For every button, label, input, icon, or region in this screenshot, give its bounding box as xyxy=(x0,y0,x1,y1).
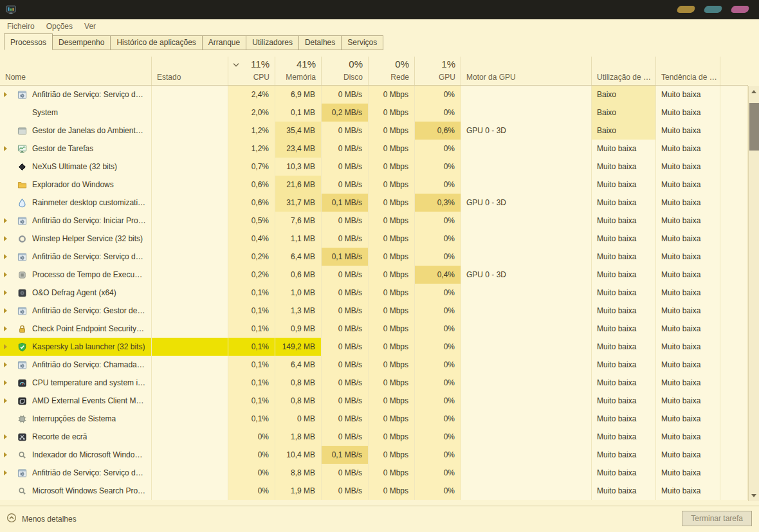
process-name: AMD External Events Client Mo… xyxy=(32,396,146,405)
expand-arrow-icon[interactable] xyxy=(4,146,12,151)
expand-arrow-icon[interactable] xyxy=(4,308,12,313)
process-row[interactable]: AMD External Events Client Mo… 0,1% 0,8 … xyxy=(0,392,748,410)
fewer-details-label: Menos detalhes xyxy=(22,515,77,524)
menu-ficheiro[interactable]: Ficheiro xyxy=(1,21,41,32)
expand-arrow-icon[interactable] xyxy=(4,344,12,349)
cpu-cell: 0,1% xyxy=(228,356,275,374)
expand-arrow-icon[interactable] xyxy=(4,398,12,403)
process-name-cell: Interrupções de Sistema xyxy=(0,410,152,428)
close-icon[interactable] xyxy=(730,6,749,13)
process-row[interactable]: Microsoft Windows Search Prot… 0% 1,9 MB… xyxy=(0,482,748,500)
memory-cell: 1,9 MB xyxy=(275,482,322,500)
expand-arrow-icon[interactable] xyxy=(4,254,12,259)
expand-arrow-icon[interactable] xyxy=(4,290,12,295)
scroll-down-icon[interactable] xyxy=(749,490,759,501)
process-row[interactable]: Check Point Endpoint Security … 0,1% 0,9… xyxy=(0,320,748,338)
disk-cell: 0 MB/s xyxy=(322,122,369,140)
process-name-cell: AMD External Events Client Mo… xyxy=(0,392,152,410)
status-cell xyxy=(152,374,228,392)
fewer-details-toggle[interactable]: Menos detalhes xyxy=(6,513,77,525)
column-header-motor-da-gpu[interactable]: Motor da GPU xyxy=(461,57,592,85)
expand-arrow-icon[interactable] xyxy=(4,326,12,331)
expand-arrow-icon[interactable] xyxy=(4,452,12,457)
expand-arrow-icon[interactable] xyxy=(4,470,12,475)
power-trend-cell: Muito baixa xyxy=(656,122,720,140)
diamond-icon xyxy=(17,161,28,172)
column-total: 0% xyxy=(395,59,409,69)
cpu-cell: 0,4% xyxy=(228,230,275,248)
service-gear-icon xyxy=(17,216,28,226)
expand-arrow-icon[interactable] xyxy=(4,434,12,439)
expand-arrow-icon[interactable] xyxy=(4,218,12,223)
column-header-disco[interactable]: 0% Disco xyxy=(322,57,369,85)
column-header-cpu[interactable]: 11% CPU xyxy=(228,57,275,85)
gpu-cell: 0% xyxy=(415,320,461,338)
process-row[interactable]: NeXuS Ultimate (32 bits) 0,7% 10,3 MB 0 … xyxy=(0,158,748,176)
tab-historico-de-aplicacoes[interactable]: Histórico de aplicações xyxy=(110,35,202,50)
process-row[interactable]: Anfitrião de Serviço: Serviço de … 2,4% … xyxy=(0,86,748,104)
gpu-engine-cell xyxy=(461,302,592,320)
column-header-estado[interactable]: Estado xyxy=(152,57,228,85)
column-header-rede[interactable]: 0% Rede xyxy=(369,57,415,85)
power-usage-cell: Muito baixa xyxy=(592,248,656,266)
process-name: Check Point Endpoint Security … xyxy=(32,324,146,333)
process-row[interactable]: Recorte de ecrã 0% 1,8 MB 0 MB/s 0 Mbps … xyxy=(0,428,748,446)
expand-arrow-icon[interactable] xyxy=(4,362,12,367)
status-cell xyxy=(152,428,228,446)
process-row[interactable]: Anfitrião do Serviço: Iniciar Proc… 0,5%… xyxy=(0,212,748,230)
minimize-icon[interactable] xyxy=(676,6,695,13)
maximize-icon[interactable] xyxy=(703,6,722,13)
vertical-scrollbar[interactable] xyxy=(748,86,759,501)
column-header-gpu[interactable]: 1% GPU xyxy=(415,57,461,85)
scroll-up-icon[interactable] xyxy=(749,86,759,97)
column-total: 0% xyxy=(349,59,363,69)
process-row[interactable]: Anfitrião de Serviço: Serviço de … 0% 8,… xyxy=(0,464,748,482)
tab-detalhes[interactable]: Detalhes xyxy=(298,35,342,50)
process-row[interactable]: Processo de Tempo de Execuçã… 0,2% 0,6 M… xyxy=(0,266,748,284)
tab-desempenho[interactable]: Desempenho xyxy=(52,35,111,50)
expand-arrow-icon[interactable] xyxy=(4,272,12,277)
process-row[interactable]: Anfitrião de Serviço: Serviço de … 0,2% … xyxy=(0,248,748,266)
disk-cell: 0 MB/s xyxy=(322,392,369,410)
status-cell xyxy=(152,392,228,410)
expand-arrow-icon[interactable] xyxy=(4,92,12,97)
process-row[interactable]: O&O Defrag Agent (x64) 0,1% 1,0 MB 0 MB/… xyxy=(0,284,748,302)
tab-servicos[interactable]: Serviços xyxy=(341,35,383,50)
menu-opcoes[interactable]: Opções xyxy=(41,21,78,32)
column-header-nome[interactable]: Nome xyxy=(0,57,152,85)
filler-cell xyxy=(720,392,748,410)
column-header-memoria[interactable]: 41% Memória xyxy=(275,57,322,85)
process-row[interactable]: Indexador do Microsoft Windo… 0% 10,4 MB… xyxy=(0,446,748,464)
process-row[interactable]: Winstep Helper Service (32 bits) 0,4% 1,… xyxy=(0,230,748,248)
tab-utilizadores[interactable]: Utilizadores xyxy=(246,35,299,50)
column-header-tendencia-de-energia[interactable]: Tendência de … xyxy=(656,57,720,85)
menu-ver[interactable]: Ver xyxy=(78,21,102,32)
process-row[interactable]: Gestor de Janelas do Ambiente … 1,2% 35,… xyxy=(0,122,748,140)
process-row[interactable]: Kaspersky Lab launcher (32 bits) 0,1% 14… xyxy=(0,338,748,356)
scrollbar-thumb[interactable] xyxy=(749,103,759,151)
expand-arrow-icon[interactable] xyxy=(4,380,12,385)
titlebar[interactable] xyxy=(0,0,759,19)
end-task-button[interactable]: Terminar tarefa xyxy=(682,511,752,526)
memory-cell: 10,3 MB xyxy=(275,158,322,176)
process-row[interactable]: CPU temperature and system in… 0,1% 0,8 … xyxy=(0,374,748,392)
process-row[interactable]: Anfitrião de Serviço: Gestor de … 0,1% 1… xyxy=(0,302,748,320)
gpu-engine-cell xyxy=(461,212,592,230)
process-row[interactable]: Interrupções de Sistema 0,1% 0 MB 0 MB/s… xyxy=(0,410,748,428)
gpu-engine-cell: GPU 0 - 3D xyxy=(461,266,592,284)
process-row[interactable]: Rainmeter desktop customizati… 0,6% 31,7… xyxy=(0,194,748,212)
process-row[interactable]: Anfitrião do Serviço: Chamada … 0,1% 6,4… xyxy=(0,356,748,374)
tab-arranque[interactable]: Arranque xyxy=(202,35,246,50)
memory-cell: 0,9 MB xyxy=(275,320,322,338)
column-header-utilizacao-de-energia[interactable]: Utilização de … xyxy=(592,57,656,85)
process-row[interactable]: Explorador do Windows 0,6% 21,6 MB 0 MB/… xyxy=(0,176,748,194)
process-row[interactable]: System 2,0% 0,1 MB 0,2 MB/s 0 Mbps 0% Ba… xyxy=(0,104,748,122)
power-usage-cell: Muito baixa xyxy=(592,140,656,158)
process-row[interactable]: Gestor de Tarefas 1,2% 23,4 MB 0 MB/s 0 … xyxy=(0,140,748,158)
search-gray-icon xyxy=(17,450,28,460)
status-cell xyxy=(152,320,228,338)
expand-arrow-icon[interactable] xyxy=(4,236,12,241)
process-name: Interrupções de Sistema xyxy=(32,414,116,423)
tab-processos[interactable]: Processos xyxy=(4,33,53,50)
disk-cell: 0 MB/s xyxy=(322,140,369,158)
